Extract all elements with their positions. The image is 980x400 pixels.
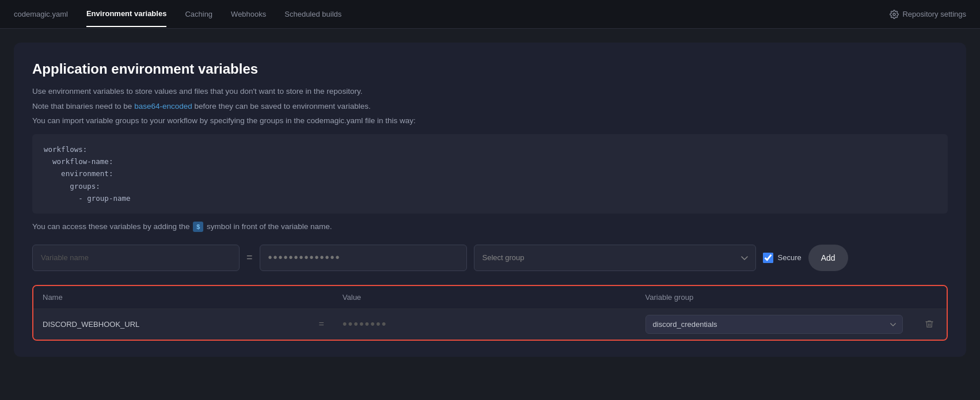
- desc-2: Note that binaries need to be base64-enc…: [32, 100, 948, 113]
- table-value-input[interactable]: [343, 317, 627, 332]
- col-group-header: Variable group: [636, 286, 912, 309]
- trash-icon: [925, 319, 934, 329]
- col-value-header: Value: [333, 286, 636, 309]
- table-name-input[interactable]: [43, 320, 300, 329]
- delete-cell: [912, 308, 947, 340]
- dollar-badge: $: [193, 222, 203, 232]
- nav-scheduled-builds[interactable]: Scheduled builds: [284, 2, 341, 26]
- card-title: Application environment variables: [32, 61, 948, 77]
- table-header-row: Name Value Variable group: [33, 286, 947, 309]
- col-equals-header: [309, 286, 333, 309]
- var-table: Name Value Variable group =: [33, 286, 947, 340]
- add-var-row: = Select group Secure Add: [32, 245, 948, 271]
- select-group-wrapper: Select group: [474, 245, 756, 271]
- table-row: = discord_credentials: [33, 308, 947, 340]
- gear-icon: [890, 10, 899, 19]
- secure-row: Secure: [763, 253, 802, 263]
- var-table-wrapper: Name Value Variable group =: [32, 285, 948, 341]
- env-vars-card: Application environment variables Use en…: [14, 43, 966, 357]
- group-select-wrapper: discord_credentials: [645, 315, 903, 334]
- add-button[interactable]: Add: [808, 245, 848, 271]
- equals-sign: =: [246, 252, 253, 264]
- main-content: Application environment variables Use en…: [0, 29, 980, 371]
- variable-value-input[interactable]: [260, 245, 467, 271]
- select-group-dropdown[interactable]: Select group: [474, 245, 756, 271]
- secure-label: Secure: [778, 253, 802, 262]
- desc-4: You can access these variables by adding…: [32, 220, 948, 233]
- desc-3: You can import variable groups to your w…: [32, 115, 948, 127]
- table-group-select[interactable]: discord_credentials: [645, 315, 903, 334]
- table-value-cell: [333, 308, 636, 340]
- code-block: workflows: workflow-name: environment: g…: [32, 134, 948, 214]
- variable-name-input[interactable]: [32, 245, 240, 271]
- nav-webhooks[interactable]: Webhooks: [231, 2, 266, 26]
- table-group-cell: discord_credentials: [636, 308, 912, 340]
- nav-codemagic-yaml[interactable]: codemagic.yaml: [14, 2, 68, 26]
- secure-checkbox[interactable]: [763, 253, 773, 263]
- repo-settings-label: Repository settings: [902, 10, 966, 18]
- repo-settings-button[interactable]: Repository settings: [890, 10, 966, 19]
- desc-1: Use environment variables to store value…: [32, 85, 948, 98]
- col-actions-header: [912, 286, 947, 309]
- top-nav: codemagic.yaml Environment variables Cac…: [0, 0, 980, 29]
- table-equals-cell: =: [309, 308, 333, 340]
- col-name-header: Name: [33, 286, 309, 309]
- delete-button[interactable]: [921, 316, 937, 332]
- base64-link[interactable]: base64-encoded: [134, 102, 192, 111]
- svg-point-0: [893, 13, 895, 16]
- table-name-cell: [33, 308, 309, 340]
- nav-env-variables[interactable]: Environment variables: [86, 1, 166, 27]
- nav-caching[interactable]: Caching: [185, 2, 212, 26]
